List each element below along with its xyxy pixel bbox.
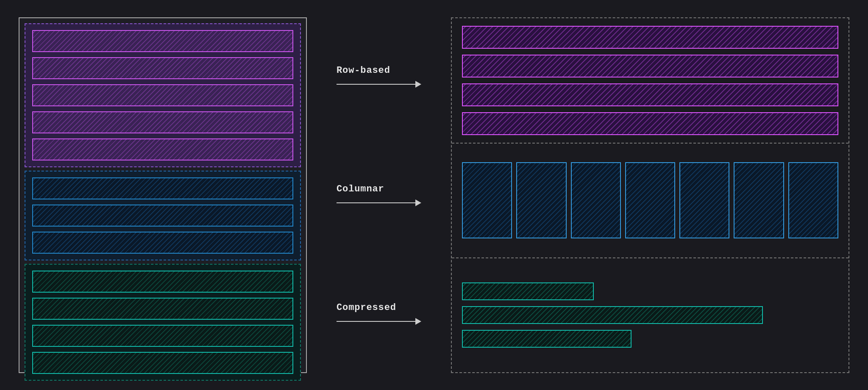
left-section-columnar [25,171,301,260]
right-col-block-7 [788,162,838,238]
arrow-head-col [415,199,421,206]
row-bar-3 [32,84,293,106]
right-comp-group [462,282,838,348]
right-section-columnar [452,144,849,258]
comp-bar-3 [32,325,293,347]
middle-panel: Row-based Columnar Compressed [332,17,426,373]
left-panel [19,17,307,373]
right-col-block-3 [571,162,621,238]
arrow-group-columnar: Columnar [332,136,426,254]
arrow-group-compressed: Compressed [332,254,426,373]
right-row-bar-4 [462,112,838,135]
comp-bar-4 [32,352,293,374]
right-col-block-2 [516,162,566,238]
arrow-columnar [337,199,421,206]
right-col-block-1 [462,162,512,238]
arrow-compressed [337,318,421,325]
col-bar-1 [32,177,293,199]
main-container: Row-based Columnar Compressed [19,13,849,377]
arrow-head-comp [415,318,421,325]
right-col-block-6 [734,162,784,238]
col-bar-2 [32,205,293,227]
right-col-group [462,160,838,241]
arrow-head-row [415,81,421,88]
row-bar-5 [32,138,293,160]
right-row-bar-3 [462,83,838,106]
row-bar-1 [32,30,293,52]
right-col-block-5 [679,162,729,238]
row-bar-4 [32,111,293,133]
right-section-compressed [452,258,849,372]
arrow-shaft-row [337,84,415,85]
arrow-row-based [337,81,421,88]
label-columnar: Columnar [337,184,384,194]
right-col-block-4 [625,162,675,238]
right-row-bar-1 [462,26,838,49]
label-compressed: Compressed [337,302,396,313]
label-row-based: Row-based [337,65,390,76]
left-section-row-based [25,23,301,167]
right-comp-bar-3 [462,330,632,348]
right-comp-bar-2 [462,306,763,324]
arrow-shaft-comp [337,321,415,322]
col-bar-3 [32,232,293,254]
arrow-shaft-col [337,202,415,203]
comp-bar-2 [32,298,293,320]
left-section-compressed [25,264,301,381]
right-section-row-based [452,18,849,144]
arrow-group-row-based: Row-based [332,17,426,136]
row-bar-2 [32,57,293,79]
comp-bar-1 [32,271,293,293]
right-comp-bar-1 [462,282,594,300]
right-row-bar-2 [462,55,838,77]
right-row-based-group [462,26,838,135]
right-panel [451,17,849,373]
